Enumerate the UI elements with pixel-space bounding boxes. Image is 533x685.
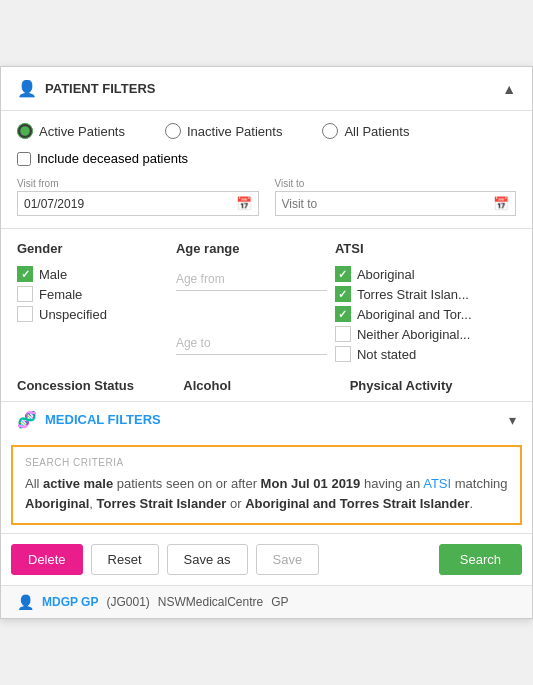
medical-filters-expand-icon[interactable]: ▾ bbox=[509, 412, 516, 428]
save-button[interactable]: Save bbox=[256, 544, 320, 575]
bottom-filters-row: Concession Status Alcohol Physical Activ… bbox=[1, 374, 532, 401]
filters-grid: Gender Male Female Unspecified Age range… bbox=[1, 229, 532, 374]
aboriginal-bold: Aboriginal bbox=[25, 496, 89, 511]
patient-filters-header: 👤 PATIENT FILTERS ▲ bbox=[1, 67, 532, 111]
physical-activity-title: Physical Activity bbox=[350, 378, 516, 393]
active-patients-label: Active Patients bbox=[39, 124, 125, 139]
gender-male-label: Male bbox=[39, 267, 67, 282]
footer-person-icon: 👤 bbox=[17, 594, 34, 610]
medical-filters-left[interactable]: 🧬 MEDICAL FILTERS bbox=[17, 410, 161, 429]
footer-role: GP bbox=[271, 595, 288, 609]
atsi-neither-item[interactable]: Neither Aboriginal... bbox=[335, 326, 516, 342]
inactive-patients-radio[interactable]: Inactive Patients bbox=[165, 123, 282, 139]
search-criteria-section: SEARCH CRITERIA All active male patients… bbox=[11, 445, 522, 525]
active-patients-input[interactable] bbox=[17, 123, 33, 139]
action-row: Delete Reset Save as Save Search bbox=[1, 533, 532, 585]
atsi-neither-label: Neither Aboriginal... bbox=[357, 327, 470, 342]
atsi-aboriginal-tor-item[interactable]: Aboriginal and Tor... bbox=[335, 306, 516, 322]
include-deceased-label: Include deceased patients bbox=[37, 151, 188, 166]
atsi-aboriginal-item[interactable]: Aboriginal bbox=[335, 266, 516, 282]
visit-row: Visit from 📅 Visit to 📅 bbox=[1, 174, 532, 228]
atsi-aboriginal-tor-checkbox[interactable] bbox=[335, 306, 351, 322]
gender-male-checkbox[interactable] bbox=[17, 266, 33, 282]
atsi-not-stated-item[interactable]: Not stated bbox=[335, 346, 516, 362]
gender-title: Gender bbox=[17, 241, 168, 256]
patient-type-row: Active Patients Inactive Patients All Pa… bbox=[1, 111, 532, 147]
include-deceased-checkbox[interactable] bbox=[17, 152, 31, 166]
atsi-torres-item[interactable]: Torres Strait Islan... bbox=[335, 286, 516, 302]
patient-filters-label: PATIENT FILTERS bbox=[45, 81, 156, 96]
gender-unspecified-item[interactable]: Unspecified bbox=[17, 306, 168, 322]
search-criteria-label: SEARCH CRITERIA bbox=[25, 457, 508, 468]
atsi-aboriginal-tor-label: Aboriginal and Tor... bbox=[357, 307, 472, 322]
person-icon: 👤 bbox=[17, 79, 37, 98]
footer-centre: NSWMedicalCentre bbox=[158, 595, 263, 609]
all-patients-label: All Patients bbox=[344, 124, 409, 139]
atsi-column: ATSI Aboriginal Torres Strait Islan... A… bbox=[335, 241, 516, 362]
atsi-aboriginal-checkbox[interactable] bbox=[335, 266, 351, 282]
visit-to-input-wrap[interactable]: 📅 bbox=[275, 191, 517, 216]
delete-button[interactable]: Delete bbox=[11, 544, 83, 575]
calendar-from-icon[interactable]: 📅 bbox=[236, 196, 252, 211]
gender-unspecified-label: Unspecified bbox=[39, 307, 107, 322]
age-range-column: Age range bbox=[176, 241, 327, 362]
atsi-torres-label: Torres Strait Islan... bbox=[357, 287, 469, 302]
gender-unspecified-checkbox[interactable] bbox=[17, 306, 33, 322]
all-patients-radio[interactable]: All Patients bbox=[322, 123, 409, 139]
atsi-torres-checkbox[interactable] bbox=[335, 286, 351, 302]
medical-filters-label: MEDICAL FILTERS bbox=[45, 412, 161, 427]
gender-female-checkbox[interactable] bbox=[17, 286, 33, 302]
gender-female-item[interactable]: Female bbox=[17, 286, 168, 302]
alcohol-title: Alcohol bbox=[183, 378, 349, 393]
visit-to-field: Visit to 📅 bbox=[275, 178, 517, 216]
visit-from-field: Visit from 📅 bbox=[17, 178, 259, 216]
age-range-title: Age range bbox=[176, 241, 327, 256]
search-button[interactable]: Search bbox=[439, 544, 522, 575]
saveas-button[interactable]: Save as bbox=[167, 544, 248, 575]
atsi-not-stated-label: Not stated bbox=[357, 347, 416, 362]
gender-male-item[interactable]: Male bbox=[17, 266, 168, 282]
reset-button[interactable]: Reset bbox=[91, 544, 159, 575]
aboriginal-and-torres-bold: Aboriginal and Torres Strait Islander bbox=[245, 496, 469, 511]
visit-to-label: Visit to bbox=[275, 178, 517, 189]
visit-from-input-wrap[interactable]: 📅 bbox=[17, 191, 259, 216]
date-bold: Mon Jul 01 2019 bbox=[261, 476, 361, 491]
footer-gp-label: MDGP GP bbox=[42, 595, 98, 609]
concession-title: Concession Status bbox=[17, 378, 183, 393]
atsi-link: ATSI bbox=[423, 476, 451, 491]
footer-code: (JG001) bbox=[106, 595, 149, 609]
active-male-bold: active male bbox=[43, 476, 113, 491]
visit-to-input[interactable] bbox=[282, 197, 494, 211]
atsi-title: ATSI bbox=[335, 241, 516, 256]
collapse-icon[interactable]: ▲ bbox=[502, 81, 516, 97]
active-patients-radio[interactable]: Active Patients bbox=[17, 123, 125, 139]
main-container: 👤 PATIENT FILTERS ▲ Active Patients Inac… bbox=[0, 66, 533, 619]
inactive-patients-input[interactable] bbox=[165, 123, 181, 139]
patient-filters-title: 👤 PATIENT FILTERS bbox=[17, 79, 156, 98]
calendar-to-icon[interactable]: 📅 bbox=[493, 196, 509, 211]
inactive-patients-label: Inactive Patients bbox=[187, 124, 282, 139]
atsi-aboriginal-label: Aboriginal bbox=[357, 267, 415, 282]
dna-icon: 🧬 bbox=[17, 410, 37, 429]
footer-bar: 👤 MDGP GP (JG001) NSWMedicalCentre GP bbox=[1, 585, 532, 618]
torres-bold: Torres Strait Islander bbox=[97, 496, 227, 511]
visit-from-input[interactable] bbox=[24, 197, 236, 211]
medical-filters-bar[interactable]: 🧬 MEDICAL FILTERS ▾ bbox=[1, 401, 532, 437]
all-patients-input[interactable] bbox=[322, 123, 338, 139]
gender-column: Gender Male Female Unspecified bbox=[17, 241, 168, 362]
visit-from-label: Visit from bbox=[17, 178, 259, 189]
age-to-input[interactable] bbox=[176, 332, 327, 355]
deceased-row: Include deceased patients bbox=[1, 147, 532, 174]
search-criteria-text: All active male patients seen on or afte… bbox=[25, 474, 508, 513]
atsi-not-stated-checkbox[interactable] bbox=[335, 346, 351, 362]
atsi-neither-checkbox[interactable] bbox=[335, 326, 351, 342]
gender-female-label: Female bbox=[39, 287, 82, 302]
age-from-input[interactable] bbox=[176, 268, 327, 291]
